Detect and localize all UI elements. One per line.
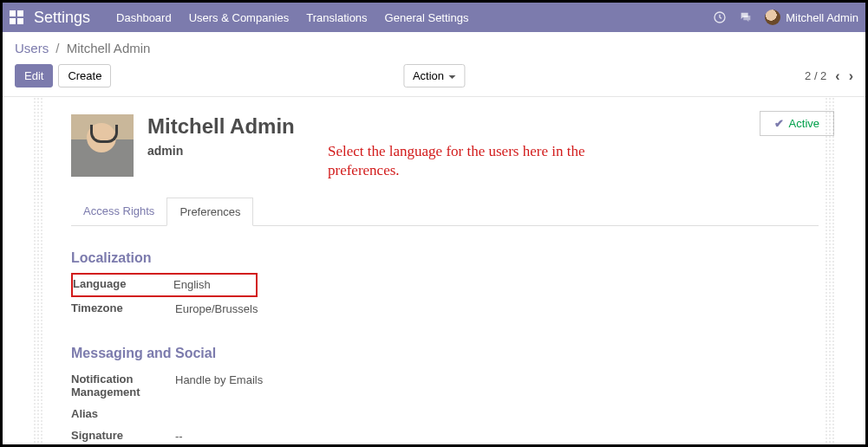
pager-count: 2 / 2: [805, 69, 826, 82]
nav-general-settings[interactable]: General Settings: [385, 11, 469, 24]
timezone-label: Timezone: [71, 301, 175, 314]
annotation-text: Select the language for the users here i…: [328, 142, 614, 180]
signature-value[interactable]: -- Administrator: [175, 429, 242, 447]
pager-next[interactable]: ›: [849, 68, 853, 84]
notification-label: Notification Management: [71, 372, 175, 398]
topbar: Settings Dashboard Users & Companies Tra…: [3, 3, 865, 32]
record-login: admin: [147, 144, 295, 158]
clock-icon[interactable]: [713, 10, 727, 24]
tab-access-rights[interactable]: Access Rights: [71, 198, 166, 225]
language-value[interactable]: English: [173, 277, 211, 293]
nav-dashboard[interactable]: Dashboard: [116, 11, 172, 24]
notification-value[interactable]: Handle by Emails: [175, 372, 263, 388]
pager-prev[interactable]: ‹: [835, 68, 839, 84]
control-bar: Edit Create Action 2 / 2 ‹ ›: [3, 61, 865, 96]
section-localization: Localization: [71, 250, 819, 266]
language-label: Language: [73, 277, 173, 290]
breadcrumb-current: Mitchell Admin: [67, 41, 151, 55]
apps-icon[interactable]: [10, 10, 23, 24]
timezone-value[interactable]: Europe/Brussels: [175, 301, 258, 317]
user-avatar[interactable]: [71, 114, 134, 177]
user-name: Mitchell Admin: [786, 11, 858, 24]
signature-label: Signature: [71, 429, 175, 442]
record-name: Mitchell Admin: [147, 114, 295, 139]
caret-down-icon: [448, 75, 455, 79]
alias-label: Alias: [71, 407, 175, 420]
brand-title[interactable]: Settings: [34, 9, 90, 27]
top-nav: Dashboard Users & Companies Translations…: [116, 11, 713, 24]
nav-users-companies[interactable]: Users & Companies: [189, 11, 290, 24]
tabs: Access Rights Preferences: [71, 198, 819, 226]
breadcrumb: Users / Mitchell Admin: [3, 32, 865, 61]
action-dropdown[interactable]: Action: [403, 64, 465, 87]
form-sheet: ✔ Active Mitchell Admin admin Select the…: [50, 107, 839, 447]
status-label: Active: [789, 117, 819, 130]
conversations-icon[interactable]: [739, 10, 753, 24]
create-button[interactable]: Create: [58, 64, 111, 87]
user-menu[interactable]: Mitchell Admin: [765, 10, 858, 25]
tab-preferences[interactable]: Preferences: [166, 198, 253, 226]
section-messaging: Messaging and Social: [71, 346, 819, 361]
breadcrumb-root[interactable]: Users: [15, 41, 49, 55]
nav-translations[interactable]: Translations: [306, 11, 367, 24]
edit-button[interactable]: Edit: [15, 64, 53, 87]
check-icon: ✔: [774, 117, 784, 130]
status-active-button[interactable]: ✔ Active: [760, 111, 834, 136]
field-language-highlight: Language English: [71, 273, 258, 297]
avatar-icon: [765, 10, 780, 25]
pager: 2 / 2 ‹ ›: [805, 68, 853, 84]
